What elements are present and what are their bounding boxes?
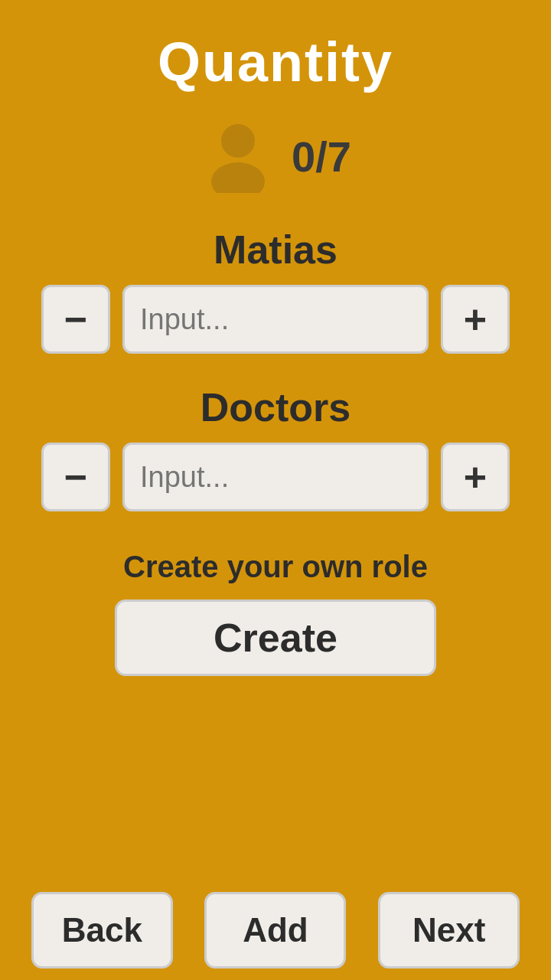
matias-input[interactable] [122, 285, 429, 354]
back-button[interactable]: Back [31, 892, 173, 969]
player-count: 0/7 [292, 132, 351, 181]
add-button[interactable]: Add [204, 892, 346, 969]
doctors-input[interactable] [122, 443, 429, 511]
svg-point-0 [221, 124, 255, 158]
doctors-stepper-row: − + [41, 443, 510, 511]
page-title: Quantity [158, 31, 393, 93]
doctors-label: Doctors [201, 384, 350, 430]
svg-point-1 [211, 162, 265, 193]
matias-stepper-row: − + [41, 285, 510, 354]
doctors-decrement-button[interactable]: − [41, 443, 110, 511]
bottom-nav: Back Add Next [0, 880, 551, 980]
next-button[interactable]: Next [378, 892, 520, 969]
player-section: 0/7 [200, 116, 351, 196]
create-own-label: Create your own role [123, 550, 428, 584]
matias-section: Matias − + [0, 227, 551, 354]
doctors-increment-button[interactable]: + [441, 443, 510, 511]
create-button[interactable]: Create [115, 599, 436, 676]
person-icon [200, 116, 276, 196]
matias-label: Matias [214, 227, 337, 273]
matias-increment-button[interactable]: + [441, 285, 510, 354]
matias-decrement-button[interactable]: − [41, 285, 110, 354]
doctors-section: Doctors − + [0, 384, 551, 511]
